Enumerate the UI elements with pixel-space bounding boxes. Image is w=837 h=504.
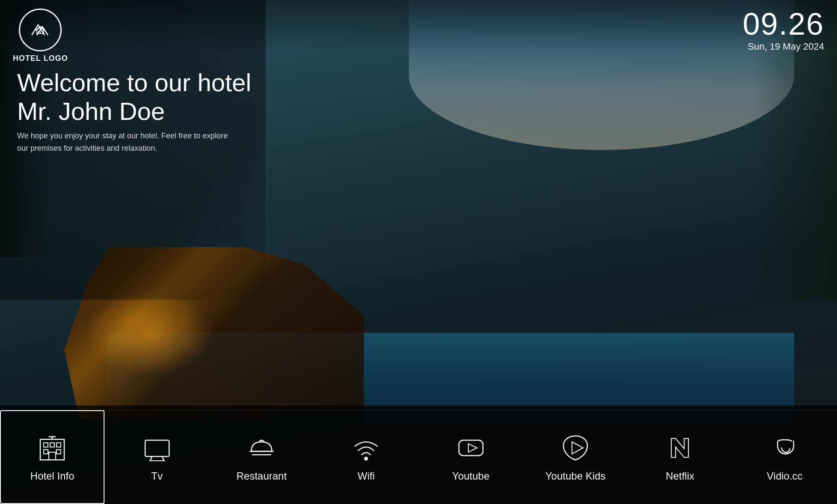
nav-label-youtube-kids: Youtube Kids	[545, 470, 606, 482]
svg-rect-1	[44, 443, 48, 447]
svg-rect-16	[459, 440, 483, 456]
nav-label-vidio: Vidio.cc	[767, 470, 803, 482]
tv-icon	[142, 432, 173, 463]
logo-area: HOTEL LOGO	[13, 9, 68, 63]
svg-marker-18	[572, 442, 583, 454]
nav-label-netflix: Netflix	[666, 470, 694, 482]
hotel-icon	[37, 432, 68, 463]
svg-rect-9	[145, 440, 169, 456]
welcome-title: Welcome to our hotel Mr. John Doe	[17, 69, 265, 125]
nav-item-youtube[interactable]: Youtube	[419, 410, 523, 504]
svg-line-10	[150, 456, 152, 461]
hotel-logo-icon	[27, 17, 53, 43]
datetime-area: 09.26 Sun, 19 May 2024	[743, 9, 824, 52]
nav-label-wifi: Wifi	[357, 470, 375, 482]
bottom-navigation: Hotel Info Tv Restaurant	[0, 410, 837, 504]
nav-item-vidio[interactable]: Vidio.cc	[733, 410, 837, 504]
nav-item-hotel-info[interactable]: Hotel Info	[0, 410, 104, 504]
welcome-line2: Mr. John Doe	[17, 97, 265, 126]
nav-label-hotel-info: Hotel Info	[30, 470, 74, 482]
logo-circle	[19, 9, 62, 51]
vidio-icon	[769, 432, 800, 463]
nav-item-restaurant[interactable]: Restaurant	[209, 410, 314, 504]
time-display: 09.26	[743, 9, 824, 39]
svg-rect-3	[57, 443, 61, 447]
svg-rect-4	[44, 450, 48, 454]
logo-text: HOTEL LOGO	[13, 54, 68, 63]
nav-item-youtube-kids[interactable]: Youtube Kids	[523, 410, 628, 504]
nav-item-tv[interactable]: Tv	[104, 410, 209, 504]
window-glow-decoration	[86, 290, 214, 376]
nav-label-tv: Tv	[151, 470, 163, 482]
youtube-kids-icon	[560, 432, 591, 463]
nav-label-restaurant: Restaurant	[236, 470, 286, 482]
svg-rect-5	[57, 450, 61, 454]
svg-rect-2	[50, 443, 54, 447]
youtube-icon	[456, 432, 486, 463]
nav-item-netflix[interactable]: Netflix	[628, 410, 732, 504]
netflix-icon	[664, 432, 695, 463]
nav-label-youtube: Youtube	[452, 470, 489, 482]
svg-line-11	[162, 456, 164, 461]
wifi-icon	[351, 432, 381, 463]
svg-marker-17	[468, 444, 477, 452]
date-display: Sun, 19 May 2024	[743, 41, 824, 52]
nav-item-wifi[interactable]: Wifi	[314, 410, 418, 504]
welcome-subtitle: We hope you enjoy your stay at our hotel…	[17, 130, 240, 155]
welcome-line1: Welcome to our hotel	[17, 69, 265, 97]
svg-point-15	[365, 457, 368, 460]
svg-rect-6	[49, 452, 56, 460]
header: HOTEL LOGO 09.26 Sun, 19 May 2024	[0, 0, 837, 72]
restaurant-icon	[246, 432, 277, 463]
welcome-area: Welcome to our hotel Mr. John Doe We hop…	[17, 69, 265, 155]
